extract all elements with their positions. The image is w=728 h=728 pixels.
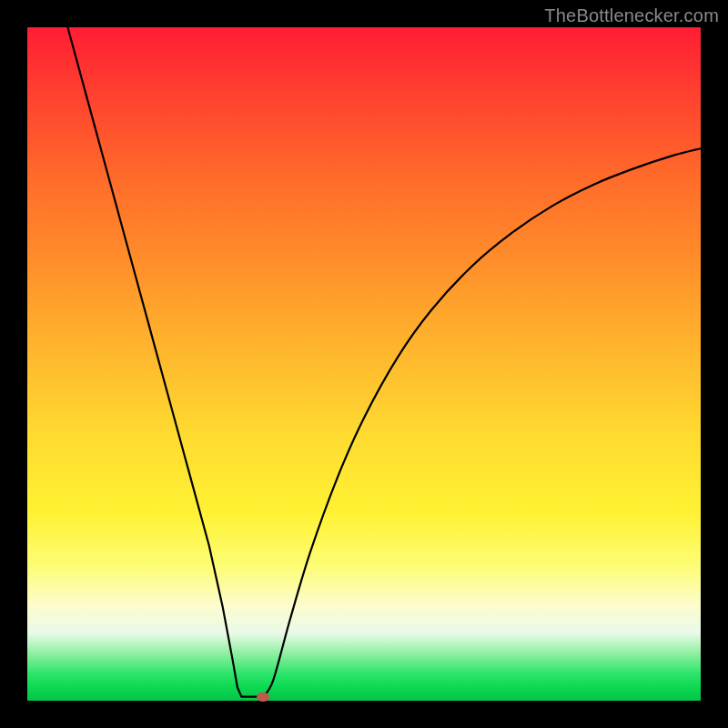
plot-area	[27, 27, 701, 701]
watermark-text: TheBottlenecker.com	[544, 5, 719, 26]
chart-frame: TheBottlenecker.com	[0, 0, 728, 728]
